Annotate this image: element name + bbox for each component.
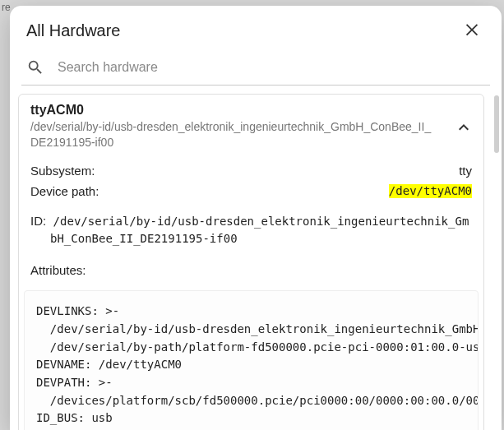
device-subtitle: /dev/serial/by-id/usb-dresden_elektronik… <box>30 119 472 150</box>
all-hardware-dialog: All Hardware ttyACM0 /dev/serial/by-id/u… <box>10 6 502 430</box>
subsystem-row: Subsystem: tty <box>19 160 483 181</box>
search-row <box>21 52 490 86</box>
device-path-label: Device path: <box>30 184 99 198</box>
subsystem-value: tty <box>459 164 472 178</box>
hardware-list[interactable]: ttyACM0 /dev/serial/by-id/usb-dresden_el… <box>10 86 502 430</box>
scrollbar-thumb[interactable] <box>494 95 499 153</box>
search-input[interactable] <box>56 59 487 76</box>
device-path-value: /dev/ttyACM0 <box>389 184 472 198</box>
subsystem-label: Subsystem: <box>30 164 95 178</box>
hardware-item: ttyACM0 /dev/serial/by-id/usb-dresden_el… <box>18 94 484 430</box>
device-path-row: Device path: /dev/ttyACM0 <box>19 181 483 201</box>
close-icon <box>463 20 481 41</box>
search-icon <box>26 58 44 76</box>
attributes-label: Attributes: <box>19 248 483 282</box>
chevron-up-icon <box>454 118 474 137</box>
device-name: ttyACM0 <box>30 103 472 118</box>
dialog-header: All Hardware <box>10 6 502 50</box>
id-label: ID: <box>30 214 46 228</box>
attributes-block: DEVLINKS: >- /dev/serial/by-id/usb-dresd… <box>24 290 479 430</box>
dialog-backdrop: re All Hardware ttyACM0 /dev/serial/by-i… <box>0 0 504 430</box>
id-row: ID: /dev/serial/by-id/usb-dresden_elektr… <box>19 201 483 248</box>
id-value: /dev/serial/by-id/usb-dresden_elektronik… <box>50 215 469 246</box>
close-button[interactable] <box>459 17 485 44</box>
dialog-title: All Hardware <box>26 21 120 40</box>
hardware-item-header[interactable]: ttyACM0 /dev/serial/by-id/usb-dresden_el… <box>19 95 483 160</box>
